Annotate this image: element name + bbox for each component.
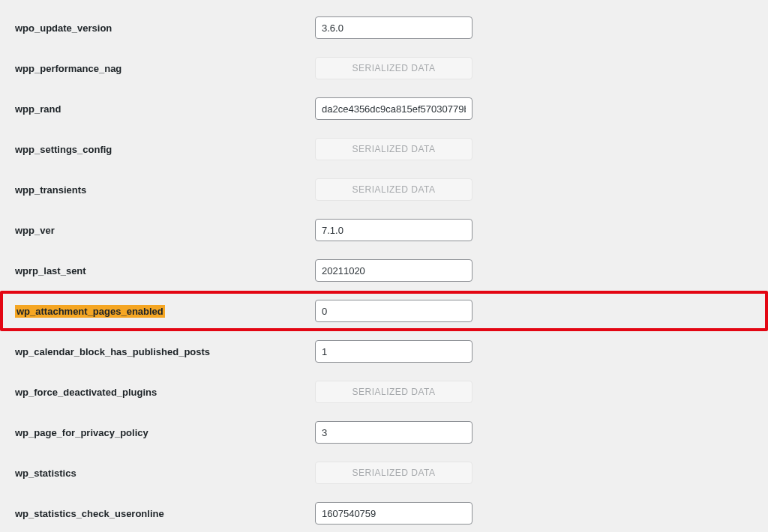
option-row: wp_page_for_privacy_policy xyxy=(0,412,768,453)
option-value-cell xyxy=(315,219,472,241)
option-label: wpp_performance_nag xyxy=(15,63,315,74)
option-value-cell: SERIALIZED DATA xyxy=(315,178,472,201)
option-row: wpp_ver xyxy=(0,210,768,250)
option-value-cell xyxy=(315,16,472,39)
option-value-cell xyxy=(315,421,472,444)
option-label: wprp_last_sent xyxy=(15,265,315,276)
options-table: wpo_update_version wpp_performance_nag S… xyxy=(0,0,768,532)
option-value-cell xyxy=(315,502,472,525)
option-value-cell xyxy=(315,97,472,120)
serialized-data-badge: SERIALIZED DATA xyxy=(315,381,472,403)
option-row: wpp_rand xyxy=(0,88,768,129)
option-row: wprp_last_sent xyxy=(0,250,768,291)
option-label: wp_force_deactivated_plugins xyxy=(15,387,315,398)
option-value-cell: SERIALIZED DATA xyxy=(315,462,472,484)
serialized-data-badge: SERIALIZED DATA xyxy=(315,57,472,79)
option-input[interactable] xyxy=(315,259,472,282)
serialized-data-badge: SERIALIZED DATA xyxy=(315,462,472,484)
option-row: wpo_update_version xyxy=(0,7,768,48)
option-label: wp_page_for_privacy_policy xyxy=(15,427,315,438)
option-row: wpp_performance_nag SERIALIZED DATA xyxy=(0,48,768,88)
option-row: wp_force_deactivated_plugins SERIALIZED … xyxy=(0,372,768,412)
serialized-data-badge: SERIALIZED DATA xyxy=(315,138,472,160)
option-label: wpo_update_version xyxy=(15,22,315,34)
option-row: wp_statistics_check_useronline xyxy=(0,493,768,532)
option-input[interactable] xyxy=(315,340,472,363)
option-label: wp_calendar_block_has_published_posts xyxy=(15,346,315,357)
option-value-cell xyxy=(315,300,472,322)
option-value-cell: SERIALIZED DATA xyxy=(315,381,472,403)
option-value-cell: SERIALIZED DATA xyxy=(315,57,472,79)
option-label: wp_statistics xyxy=(15,468,315,479)
option-label: wpp_settings_config xyxy=(15,144,315,155)
option-label: wp_attachment_pages_enabled xyxy=(15,305,315,318)
option-value-cell xyxy=(315,259,472,282)
option-input[interactable] xyxy=(315,502,472,525)
option-label: wpp_rand xyxy=(15,103,315,115)
option-label-highlighted: wp_attachment_pages_enabled xyxy=(15,305,165,318)
option-input[interactable] xyxy=(315,421,472,444)
option-input[interactable] xyxy=(315,300,472,322)
option-label: wpp_transients xyxy=(15,184,315,196)
option-input[interactable] xyxy=(315,219,472,241)
option-row-highlighted: wp_attachment_pages_enabled xyxy=(0,291,768,331)
option-label: wpp_ver xyxy=(15,225,315,236)
option-value-cell: SERIALIZED DATA xyxy=(315,138,472,160)
option-label: wp_statistics_check_useronline xyxy=(15,508,315,519)
option-row: wp_calendar_block_has_published_posts xyxy=(0,331,768,372)
option-row: wpp_transients SERIALIZED DATA xyxy=(0,169,768,210)
option-input[interactable] xyxy=(315,16,472,39)
option-value-cell xyxy=(315,340,472,363)
option-row: wpp_settings_config SERIALIZED DATA xyxy=(0,129,768,169)
option-input[interactable] xyxy=(315,97,472,120)
option-row: wp_statistics SERIALIZED DATA xyxy=(0,453,768,493)
serialized-data-badge: SERIALIZED DATA xyxy=(315,178,472,201)
